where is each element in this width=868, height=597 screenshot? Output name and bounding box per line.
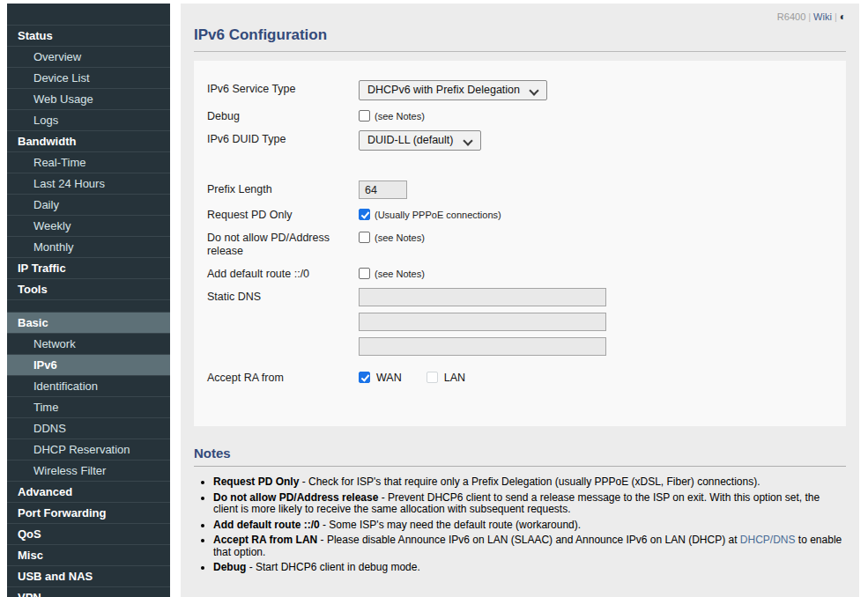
request-pd-only-note: (Usually PPPoE connections) [375,210,501,220]
sidebar-item-vpn[interactable]: VPN [7,586,170,597]
form-row-accept-ra: Accept RA from WANLAN [207,368,833,385]
sidebar-item-port-forwarding[interactable]: Port Forwarding [7,502,170,523]
accept-ra-lan-label: LAN [444,372,465,384]
sidebar-item-dhcp-reservation[interactable]: DHCP Reservation [7,439,170,460]
note-item-default-route: Add default route ::/0 - Some ISP's may … [213,520,846,532]
config-form-card: IPv6 Service Type DHCPv6 with Prefix Del… [194,61,846,426]
accept-ra-lan-checkbox[interactable] [427,372,438,383]
duid-type-label: IPv6 DUID Type [207,129,359,146]
prefix-length-label: Prefix Length [207,180,359,196]
prefix-length-input[interactable] [359,181,407,199]
sidebar-item-monthly[interactable]: Monthly [7,236,170,257]
form-section-gap [207,157,833,180]
note-item-request-pd-only: Request PD Only - Check for ISP's that r… [213,476,846,489]
form-row-debug: Debug (see Notes) [207,107,833,123]
sidebar-item-status[interactable]: Status [7,25,170,46]
sidebar-item-misc[interactable]: Misc [7,544,170,565]
dhcp-dns-link[interactable]: DHCP/DNS [740,534,796,546]
accept-ra-wan-label: WAN [376,372,402,384]
notes-title: Notes [194,446,846,461]
notes-list: Request PD Only - Check for ISP's that r… [213,476,846,574]
note-item-debug: Debug - Start DHCP6 client in debug mode… [213,562,846,574]
note-item-pd-release: Do not allow PD/Address release - Preven… [213,492,846,516]
form-row-static-dns: Static DNS [207,287,833,362]
note-term: Request PD Only [213,475,299,488]
note-term: Debug [213,561,246,573]
notes-divider [194,466,846,467]
note-text: - Some ISP's may need the default route … [320,519,581,531]
sidebar-top-padding [7,4,170,25]
wiki-link[interactable]: Wiki [813,11,832,22]
pd-release-checkbox[interactable] [359,232,370,243]
sidebar-item-basic[interactable]: Basic [7,312,170,333]
meta-separator: | [832,11,840,22]
static-dns-input-3[interactable] [359,337,606,356]
note-term: Add default route ::/0 [213,519,320,531]
note-text: - Check for ISP's that require only a Pr… [299,475,760,488]
request-pd-only-label: Request PD Only [207,205,359,222]
static-dns-label: Static DNS [207,287,359,304]
pd-release-label: Do not allow PD/Address release [207,228,359,258]
sidebar-item-daily[interactable]: Daily [7,194,170,215]
sidebar-item-last-24-hours[interactable]: Last 24 Hours [7,173,170,194]
sidebar-item-usb-and-nas[interactable]: USB and NAS [7,565,170,586]
pd-release-note: (see Notes) [375,232,425,243]
notes-section: Notes Request PD Only - Check for ISP's … [194,446,846,574]
sidebar-item-real-time[interactable]: Real-Time [7,151,170,173]
debug-checkbox[interactable] [359,110,370,122]
theme-toggle-icon[interactable]: ◐ [840,11,846,23]
accept-ra-label: Accept RA from [207,368,359,385]
sidebar-item-network[interactable]: Network [7,333,170,354]
sidebar-item-device-list[interactable]: Device List [7,67,170,88]
default-route-label: Add default route ::/0 [207,264,359,281]
note-text: - Please disable Announce IPv6 on LAN (S… [317,534,740,546]
default-route-checkbox[interactable] [359,268,370,279]
sidebar: StatusOverviewDevice ListWeb UsageLogsBa… [7,4,170,597]
sidebar-gap [7,299,170,312]
static-dns-input-2[interactable] [359,313,606,331]
service-type-select[interactable]: DHCPv6 with Prefix Delegation [359,80,547,100]
sidebar-item-web-usage[interactable]: Web Usage [7,88,170,109]
sidebar-item-logs[interactable]: Logs [7,109,170,130]
sidebar-item-ipv6[interactable]: IPv6 [7,354,170,375]
header-meta: R6400|Wiki|◐ [194,11,846,25]
sidebar-item-qos[interactable]: QoS [7,523,170,544]
form-row-prefix-length: Prefix Length [207,180,833,199]
sidebar-item-ip-traffic[interactable]: IP Traffic [7,257,170,278]
main-content: R6400|Wiki|◐ IPv6 Configuration IPv6 Ser… [181,4,859,597]
sidebar-item-identification[interactable]: Identification [7,375,170,396]
debug-note: (see Notes) [375,111,425,122]
static-dns-input-1[interactable] [359,288,606,306]
sidebar-item-tools[interactable]: Tools [7,278,170,299]
default-route-note: (see Notes) [375,269,425,279]
form-row-pd-release: Do not allow PD/Address release (see Not… [207,228,833,258]
request-pd-only-checkbox[interactable] [359,209,370,220]
service-type-label: IPv6 Service Type [207,79,359,96]
form-row-request-pd-only: Request PD Only (Usually PPPoE connectio… [207,205,833,222]
sidebar-item-overview[interactable]: Overview [7,46,170,67]
sidebar-item-bandwidth[interactable]: Bandwidth [7,130,170,151]
note-item-accept-ra-lan: Accept RA from LAN - Please disable Anno… [213,534,846,558]
form-row-service-type: IPv6 Service Type DHCPv6 with Prefix Del… [207,79,833,100]
page-title: IPv6 Configuration [194,26,846,44]
debug-label: Debug [207,107,359,123]
note-term: Accept RA from LAN [213,534,317,546]
duid-type-select[interactable]: DUID-LL (default) [359,130,481,151]
accept-ra-wan-checkbox[interactable] [359,372,370,383]
title-divider [194,51,846,52]
sidebar-item-ddns[interactable]: DDNS [7,417,170,439]
sidebar-item-wireless-filter[interactable]: Wireless Filter [7,460,170,481]
form-row-default-route: Add default route ::/0 (see Notes) [207,264,833,281]
sidebar-item-advanced[interactable]: Advanced [7,481,170,502]
device-model-label: R6400 [777,11,805,22]
note-text: - Start DHCP6 client in debug mode. [246,561,419,573]
sidebar-item-weekly[interactable]: Weekly [7,215,170,236]
form-row-duid-type: IPv6 DUID Type DUID-LL (default) [207,129,833,151]
sidebar-item-time[interactable]: Time [7,396,170,417]
meta-separator: | [805,11,813,22]
note-term: Do not allow PD/Address release [213,491,378,504]
